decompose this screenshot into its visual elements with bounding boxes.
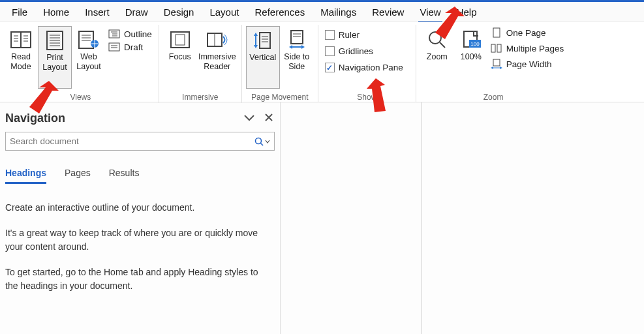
immersive-reader-button[interactable]: Immersive Reader: [197, 26, 238, 89]
ribbon-group-zoom: Zoom 100 100% One Page: [416, 25, 571, 103]
svg-marker-53: [491, 67, 493, 69]
group-label-show: Show: [318, 93, 416, 102]
page-width-button[interactable]: Page Width: [491, 59, 564, 69]
ribbon-group-show: Ruler Gridlines Navigation Pane Show: [318, 25, 416, 103]
menu-view[interactable]: View: [412, 4, 448, 20]
svg-line-44: [440, 42, 445, 48]
menu-draw[interactable]: Draw: [117, 4, 156, 20]
hundred-percent-button[interactable]: 100 100%: [454, 26, 488, 89]
svg-rect-48: [493, 28, 500, 37]
navigation-pane: Navigation Headings Pages Results C: [0, 102, 281, 334]
print-layout-icon: [44, 29, 66, 52]
one-page-label: One Page: [506, 28, 546, 38]
tab-pages[interactable]: Pages: [65, 168, 91, 184]
hundred-percent-icon: 100: [460, 29, 482, 51]
zoom-label: Zoom: [427, 52, 448, 62]
ruler-label: Ruler: [339, 30, 360, 40]
search-button[interactable]: [254, 137, 270, 146]
document-area[interactable]: [281, 102, 644, 334]
page-edge: [422, 102, 422, 334]
one-page-icon: [491, 27, 502, 38]
svg-marker-36: [254, 45, 258, 48]
body-area: Navigation Headings Pages Results C: [0, 102, 644, 334]
svg-rect-30: [260, 33, 270, 48]
draft-button[interactable]: Draft: [108, 42, 152, 52]
read-mode-button[interactable]: Read Mode: [4, 26, 38, 89]
vertical-button[interactable]: Vertical: [246, 26, 280, 89]
immersive-reader-icon: [206, 29, 228, 51]
svg-rect-23: [109, 43, 119, 51]
outline-icon: [108, 29, 120, 39]
ruler-checkbox[interactable]: Ruler: [325, 30, 403, 40]
close-icon[interactable]: [264, 113, 273, 125]
svg-marker-35: [254, 33, 258, 36]
svg-rect-50: [497, 44, 501, 52]
outline-label: Outline: [124, 29, 152, 39]
svg-rect-51: [493, 59, 500, 66]
multiple-pages-button[interactable]: Multiple Pages: [491, 43, 564, 53]
menu-help[interactable]: Help: [449, 4, 485, 20]
web-layout-button[interactable]: Web Layout: [72, 26, 106, 89]
svg-marker-54: [500, 67, 502, 69]
group-label-zoom: Zoom: [416, 93, 571, 102]
tab-headings[interactable]: Headings: [5, 168, 46, 184]
checkbox-icon: [325, 30, 335, 40]
focus-label: Focus: [169, 52, 191, 62]
svg-line-59: [261, 143, 264, 145]
nav-paragraph: It's a great way to keep track of where …: [5, 226, 271, 254]
search-icon: [254, 137, 264, 146]
zoom-button[interactable]: Zoom: [420, 26, 454, 89]
read-mode-icon: [10, 29, 32, 51]
menu-references[interactable]: References: [247, 4, 313, 20]
menu-home[interactable]: Home: [35, 4, 77, 20]
focus-button[interactable]: Focus: [163, 26, 197, 89]
side-to-side-button[interactable]: Side to Side: [280, 26, 314, 89]
print-layout-button[interactable]: Print Layout: [38, 26, 72, 89]
checkbox-icon: [325, 46, 335, 56]
gridlines-label: Gridlines: [339, 46, 373, 56]
svg-point-43: [429, 32, 441, 44]
group-label-immersive: Immersive: [159, 93, 241, 102]
svg-marker-41: [289, 45, 292, 49]
menu-design[interactable]: Design: [156, 4, 202, 20]
page-width-label: Page Width: [506, 59, 552, 69]
navigation-pane-checkbox[interactable]: Navigation Pane: [325, 63, 403, 72]
menu-mailings[interactable]: Mailings: [313, 4, 364, 20]
web-layout-icon: [78, 29, 100, 51]
nav-pane-label: Navigation Pane: [339, 63, 403, 72]
checkbox-checked-icon: [325, 63, 335, 72]
menu-review[interactable]: Review: [364, 4, 412, 20]
focus-icon: [169, 29, 191, 51]
svg-rect-37: [291, 31, 303, 44]
multiple-pages-label: Multiple Pages: [506, 44, 564, 53]
print-layout-label: Print Layout: [41, 53, 69, 72]
search-box[interactable]: [5, 132, 275, 151]
svg-rect-49: [491, 44, 495, 52]
draft-icon: [108, 42, 120, 52]
menu-layout[interactable]: Layout: [202, 4, 247, 20]
outline-button[interactable]: Outline: [108, 29, 152, 39]
svg-marker-42: [301, 45, 305, 49]
ribbon-group-immersive: Focus Immersive Reader Immersive: [159, 25, 242, 103]
search-input[interactable]: [10, 136, 254, 146]
nav-tabs: Headings Pages Results: [5, 168, 275, 184]
menu-insert[interactable]: Insert: [77, 4, 117, 20]
nav-body-text: Create an interactive outline of your do…: [5, 201, 275, 305]
ribbon-group-page-movement: Vertical Side to Side Page Movement: [242, 25, 318, 103]
immersive-reader-label: Immersive Reader: [198, 52, 236, 72]
svg-point-58: [256, 138, 262, 144]
menu-bar: File Home Insert Draw Design Layout Refe…: [0, 2, 644, 22]
nav-paragraph: Create an interactive outline of your do…: [5, 201, 271, 215]
side-to-side-label: Side to Side: [283, 52, 311, 72]
one-page-button[interactable]: One Page: [491, 27, 564, 38]
dropdown-caret-icon: [265, 139, 270, 144]
svg-text:100: 100: [470, 41, 480, 47]
gridlines-checkbox[interactable]: Gridlines: [325, 46, 403, 56]
nav-paragraph: To get started, go to the Home tab and a…: [5, 266, 271, 293]
tab-results[interactable]: Results: [109, 168, 140, 184]
vertical-label: Vertical: [249, 53, 276, 63]
multiple-pages-icon: [491, 43, 502, 53]
menu-file[interactable]: File: [4, 4, 35, 20]
navigation-title: Navigation: [5, 112, 65, 125]
chevron-down-icon[interactable]: [243, 113, 255, 125]
